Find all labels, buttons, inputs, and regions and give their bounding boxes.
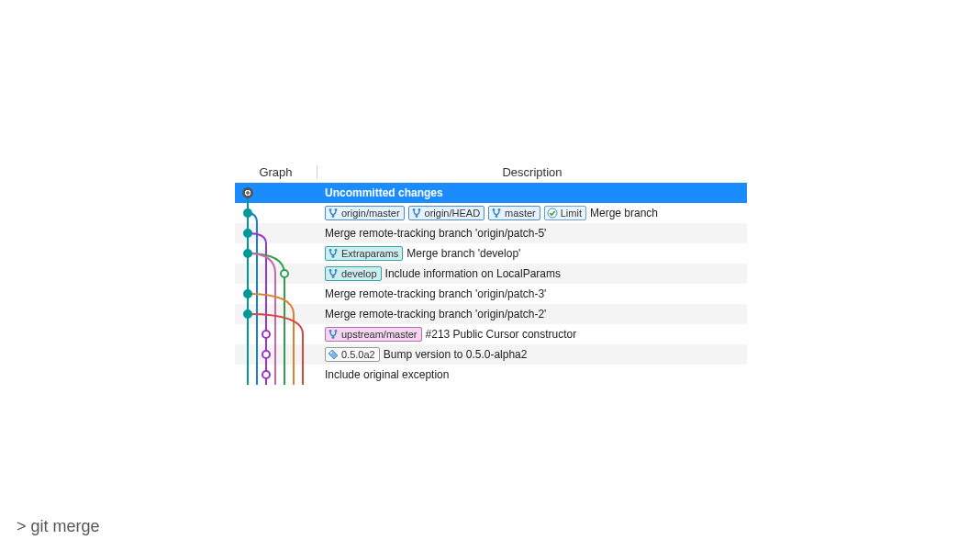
svg-point-19 <box>330 352 332 354</box>
commit-node-icon <box>243 289 252 298</box>
ref-label-text: origin/HEAD <box>425 207 481 219</box>
svg-point-17 <box>335 330 338 332</box>
branch-ref-label[interactable]: 0.5.0a2 <box>325 347 380 362</box>
ref-label-text: 0.5.0a2 <box>341 348 375 361</box>
commit-node-icon <box>243 208 252 218</box>
svg-point-16 <box>329 330 332 332</box>
svg-point-12 <box>332 255 335 258</box>
ref-label-text: master <box>505 207 536 219</box>
description-cell: Include original exception <box>317 368 747 381</box>
branch-icon <box>411 208 422 219</box>
branch-ref-label[interactable]: Limit <box>544 206 586 220</box>
svg-point-13 <box>329 269 332 272</box>
commit-message: Uncommitted changes <box>325 186 443 199</box>
graph-cell <box>235 324 317 344</box>
commit-message: Merge branch <box>590 207 658 219</box>
svg-point-18 <box>332 336 335 339</box>
commit-row[interactable]: Merge remote-tracking branch 'origin/pat… <box>235 223 747 243</box>
svg-point-6 <box>493 208 496 211</box>
commit-node-icon <box>262 370 271 379</box>
commit-node-icon <box>262 330 271 339</box>
commit-row[interactable]: developInclude information on LocalParam… <box>235 264 747 284</box>
graph-cell <box>235 304 317 324</box>
description-cell: Uncommitted changes <box>317 186 747 199</box>
branch-icon <box>328 208 339 219</box>
branch-ref-label[interactable]: Extraparams <box>325 246 403 261</box>
commit-graph-panel: Graph Description Uncommitted changesori… <box>235 165 747 385</box>
commit-row[interactable]: ExtraparamsMerge branch 'develop' <box>235 243 747 264</box>
graph-cell <box>235 365 317 385</box>
commit-node-icon <box>243 249 252 258</box>
uncommitted-node-icon <box>242 187 253 198</box>
commit-row[interactable]: Merge remote-tracking branch 'origin/pat… <box>235 304 747 324</box>
svg-point-3 <box>412 208 415 211</box>
slide-caption: > git merge <box>17 517 100 536</box>
branch-icon <box>328 248 339 259</box>
svg-point-2 <box>332 215 335 218</box>
commit-row[interactable]: 0.5.0a2Bump version to 0.5.0-alpha2 <box>235 344 747 365</box>
graph-cell <box>235 203 317 223</box>
commit-message: Merge remote-tracking branch 'origin/pat… <box>325 227 546 240</box>
commit-node-icon <box>243 229 252 238</box>
ref-label-text: origin/master <box>341 207 400 219</box>
svg-point-11 <box>335 249 338 252</box>
svg-point-1 <box>335 208 338 211</box>
svg-point-14 <box>335 269 338 272</box>
svg-point-7 <box>498 208 501 211</box>
description-cell: origin/masterorigin/HEADmasterLimitMerge… <box>317 206 747 220</box>
branch-icon <box>328 329 339 340</box>
graph-cell <box>235 344 317 365</box>
commit-node-icon <box>262 350 271 359</box>
ref-label-text: Extraparams <box>341 247 398 260</box>
ref-label-text: develop <box>341 267 377 280</box>
branch-ref-label[interactable]: master <box>488 206 540 220</box>
graph-cell <box>235 183 317 203</box>
svg-point-5 <box>415 215 418 218</box>
description-cell: Merge remote-tracking branch 'origin/pat… <box>317 287 747 300</box>
description-cell: 0.5.0a2Bump version to 0.5.0-alpha2 <box>317 347 747 362</box>
svg-point-10 <box>329 249 332 252</box>
commit-message: #213 Public Cursor constructor <box>426 328 577 341</box>
branch-ref-label[interactable]: origin/HEAD <box>408 206 485 220</box>
svg-point-4 <box>418 208 420 211</box>
check-icon <box>547 208 558 219</box>
commit-row[interactable]: Include original exception <box>235 365 747 385</box>
branch-icon <box>328 268 339 279</box>
commit-message: Include information on LocalParams <box>385 267 561 280</box>
commit-message: Bump version to 0.5.0-alpha2 <box>384 348 528 361</box>
commit-message: Merge remote-tracking branch 'origin/pat… <box>325 287 546 300</box>
commit-row[interactable]: origin/masterorigin/HEADmasterLimitMerge… <box>235 203 747 223</box>
description-cell: Merge remote-tracking branch 'origin/pat… <box>317 308 747 320</box>
description-cell: Merge remote-tracking branch 'origin/pat… <box>317 227 747 240</box>
branch-ref-label[interactable]: upstream/master <box>325 327 422 342</box>
commit-message: Include original exception <box>325 368 449 381</box>
commit-row[interactable]: Merge remote-tracking branch 'origin/pat… <box>235 284 747 304</box>
graph-cell <box>235 223 317 243</box>
commit-rows: Uncommitted changesorigin/masterorigin/H… <box>235 183 747 385</box>
commit-row[interactable]: Uncommitted changes <box>235 183 747 203</box>
branch-ref-label[interactable]: origin/master <box>325 206 405 220</box>
tag-icon <box>328 349 339 360</box>
svg-point-0 <box>329 208 332 211</box>
commit-message: Merge remote-tracking branch 'origin/pat… <box>325 308 546 320</box>
column-header-graph[interactable]: Graph <box>235 165 317 179</box>
commit-message: Merge branch 'develop' <box>406 247 520 260</box>
commit-node-icon <box>280 269 289 278</box>
branch-ref-label[interactable]: develop <box>325 266 382 281</box>
graph-cell <box>235 284 317 304</box>
graph-cell <box>235 243 317 264</box>
description-cell: developInclude information on LocalParam… <box>317 266 747 281</box>
ref-label-text: upstream/master <box>341 328 418 341</box>
svg-point-15 <box>332 276 335 278</box>
graph-cell <box>235 264 317 284</box>
column-header-description[interactable]: Description <box>317 165 747 179</box>
table-header: Graph Description <box>235 165 747 183</box>
branch-icon <box>491 208 502 219</box>
description-cell: ExtraparamsMerge branch 'develop' <box>317 246 747 261</box>
ref-label-text: Limit <box>561 207 582 219</box>
description-cell: upstream/master#213 Public Cursor constr… <box>317 327 747 342</box>
svg-point-8 <box>496 215 498 218</box>
commit-row[interactable]: upstream/master#213 Public Cursor constr… <box>235 324 747 344</box>
commit-node-icon <box>243 309 252 319</box>
